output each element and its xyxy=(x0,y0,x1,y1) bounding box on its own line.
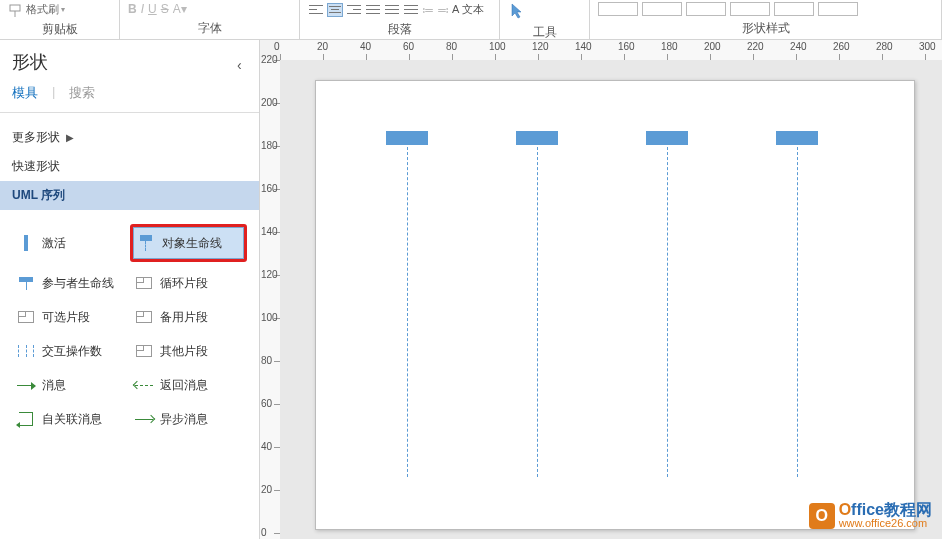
return-message-icon xyxy=(134,376,154,394)
fragment-icon xyxy=(134,308,154,326)
ruler-vertical: 220200180160140120100806040200 xyxy=(260,60,280,539)
activate-icon xyxy=(16,234,36,252)
tab-search[interactable]: 搜索 xyxy=(69,84,95,102)
text-direction-button[interactable]: A 文本 xyxy=(452,2,484,17)
shape-self-message[interactable]: 自关联消息 xyxy=(12,402,130,436)
bold-button[interactable]: B xyxy=(128,2,137,16)
shape-label: 交互操作数 xyxy=(42,343,102,360)
align-top-button[interactable] xyxy=(365,3,381,17)
chevron-right-icon: ▶ xyxy=(66,132,74,143)
style-thumb[interactable] xyxy=(598,2,638,16)
ribbon-group-paragraph: ≔ ≕ A 文本 段落 xyxy=(300,0,500,39)
collapse-panel-button[interactable]: ‹ xyxy=(237,57,247,67)
align-center-button[interactable] xyxy=(327,3,343,17)
shape-activate[interactable]: 激活 xyxy=(12,220,130,266)
style-thumb[interactable] xyxy=(818,2,858,16)
lifeline-shape[interactable] xyxy=(776,131,818,477)
shape-label: 返回消息 xyxy=(160,377,208,394)
fragment-icon xyxy=(134,274,154,292)
lifeline-shape[interactable] xyxy=(386,131,428,477)
watermark: O Office教程网 www.office26.com xyxy=(809,502,932,529)
align-mid-button[interactable] xyxy=(384,3,400,17)
shape-loop-fragment[interactable]: 循环片段 xyxy=(130,266,248,300)
drawing-page[interactable] xyxy=(315,80,915,530)
ribbon-group-shape-styles: 形状样式 xyxy=(590,0,942,39)
style-thumb[interactable] xyxy=(642,2,682,16)
style-thumb[interactable] xyxy=(730,2,770,16)
quick-shapes-row[interactable]: 快速形状 xyxy=(12,152,247,181)
shape-label: 对象生命线 xyxy=(162,235,222,252)
ribbon: 格式刷 ▾ 剪贴板 B I U S A▾ 字体 xyxy=(0,0,942,40)
watermark-url: www.office26.com xyxy=(839,518,932,529)
ribbon-group-font: B I U S A▾ 字体 xyxy=(120,0,300,39)
font-color-button[interactable]: A▾ xyxy=(173,2,187,16)
ribbon-label-paragraph: 段落 xyxy=(300,19,499,42)
shape-object-lifeline[interactable]: 对象生命线 xyxy=(133,227,245,259)
strike-button[interactable]: S xyxy=(161,2,169,16)
ribbon-label-font: 字体 xyxy=(120,18,299,41)
pointer-tool-icon[interactable] xyxy=(508,2,528,20)
shape-message[interactable]: 消息 xyxy=(12,368,130,402)
ribbon-group-clipboard: 格式刷 ▾ 剪贴板 xyxy=(0,0,120,39)
bullets-button[interactable]: ≔ xyxy=(422,3,434,17)
highlight-box: 对象生命线 xyxy=(130,224,248,262)
italic-button[interactable]: I xyxy=(141,2,144,16)
stencil-label: UML 序列 xyxy=(12,187,65,204)
chevron-down-icon: ▾ xyxy=(61,5,65,14)
shapes-panel-title: 形状 xyxy=(12,50,48,74)
shape-actor-lifeline[interactable]: 参与者生命线 xyxy=(12,266,130,300)
quick-shapes-label: 快速形状 xyxy=(12,158,60,175)
format-painter-button[interactable]: 格式刷 ▾ xyxy=(8,2,65,17)
lifeline-icon xyxy=(136,234,156,252)
canvas-viewport[interactable] xyxy=(280,60,942,539)
shape-label: 异步消息 xyxy=(160,411,208,428)
format-painter-label: 格式刷 xyxy=(26,2,59,17)
shape-label: 备用片段 xyxy=(160,309,208,326)
shape-interaction[interactable]: 交互操作数 xyxy=(12,334,130,368)
ribbon-label-shape-styles: 形状样式 xyxy=(590,18,941,41)
ruler-horizontal: 0204060801001201401601802002202402602803… xyxy=(280,40,942,60)
shape-return-message[interactable]: 返回消息 xyxy=(130,368,248,402)
more-shapes-row[interactable]: 更多形状 ▶ xyxy=(12,123,247,152)
shape-alt-fragment[interactable]: 备用片段 xyxy=(130,300,248,334)
svg-rect-0 xyxy=(10,5,20,11)
underline-button[interactable]: U xyxy=(148,2,157,16)
fragment-icon xyxy=(16,308,36,326)
lifeline-shape[interactable] xyxy=(516,131,558,477)
ribbon-group-tools: 工具 xyxy=(500,0,590,39)
more-shapes-label: 更多形状 xyxy=(12,129,60,146)
shape-label: 循环片段 xyxy=(160,275,208,292)
stencil-uml-sequence[interactable]: UML 序列 xyxy=(0,181,259,210)
lifeline-shape[interactable] xyxy=(646,131,688,477)
message-icon xyxy=(16,376,36,394)
shape-label: 参与者生命线 xyxy=(42,275,114,292)
actor-lifeline-icon xyxy=(16,274,36,292)
fragment-icon xyxy=(134,342,154,360)
shape-async-message[interactable]: 异步消息 xyxy=(130,402,248,436)
shapes-panel: 形状 ‹ 模具 | 搜索 更多形状 ▶ 快速形状 UML 序列 xyxy=(0,40,260,539)
shape-label: 自关联消息 xyxy=(42,411,102,428)
async-message-icon xyxy=(134,410,154,428)
interaction-icon xyxy=(16,342,36,360)
style-thumb[interactable] xyxy=(686,2,726,16)
watermark-logo-icon: O xyxy=(809,503,835,529)
canvas-area: 0204060801001201401601802002202402602803… xyxy=(260,40,942,539)
shape-opt-fragment[interactable]: 可选片段 xyxy=(12,300,130,334)
shape-label: 消息 xyxy=(42,377,66,394)
shape-label: 激活 xyxy=(42,235,66,252)
align-bot-button[interactable] xyxy=(403,3,419,17)
align-left-button[interactable] xyxy=(308,3,324,17)
shape-other-fragment[interactable]: 其他片段 xyxy=(130,334,248,368)
watermark-title: Office教程网 xyxy=(839,502,932,518)
style-thumb[interactable] xyxy=(774,2,814,16)
ribbon-label-clipboard: 剪贴板 xyxy=(0,19,119,42)
tab-stencils[interactable]: 模具 xyxy=(12,84,38,102)
self-message-icon xyxy=(16,410,36,428)
shape-label: 可选片段 xyxy=(42,309,90,326)
align-right-button[interactable] xyxy=(346,3,362,17)
shape-label: 其他片段 xyxy=(160,343,208,360)
indent-button[interactable]: ≕ xyxy=(437,3,449,17)
paintbrush-icon xyxy=(8,3,24,17)
